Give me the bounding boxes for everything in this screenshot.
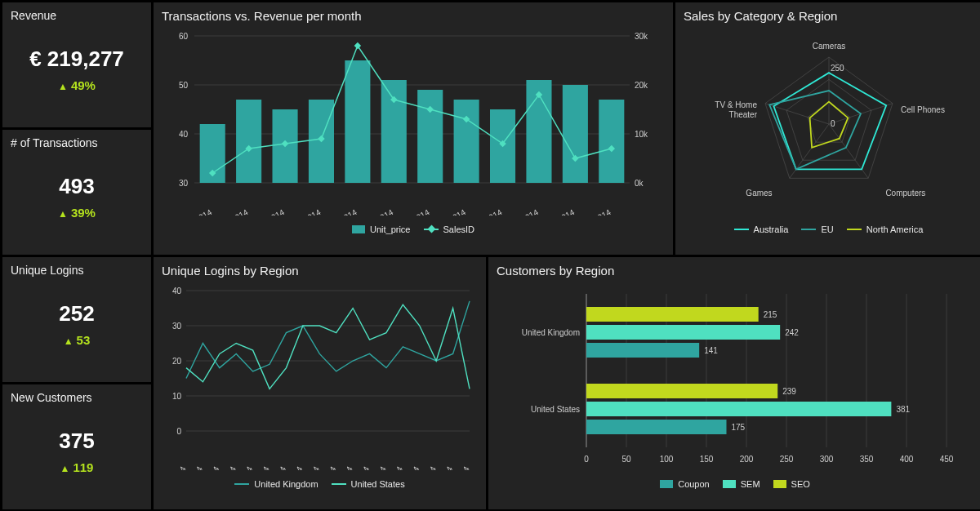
svg-text:Feb 2014: Feb 2014 [216, 207, 250, 216]
legend-item-us[interactable]: United States [332, 479, 405, 489]
legend-item-coupon[interactable]: Coupon [660, 479, 710, 489]
svg-text:242: 242 [785, 328, 799, 337]
svg-text:100: 100 [660, 455, 674, 464]
svg-text:400: 400 [900, 455, 914, 464]
kpi-unique-logins: Unique Logins 252 ▲53 [2, 257, 151, 382]
svg-text:215: 215 [764, 310, 777, 319]
kpi-value: 493 [11, 174, 143, 199]
chart-title: Sales by Category & Region [684, 9, 973, 23]
legend-item-eu[interactable]: EU [801, 224, 833, 234]
triangle-up-icon: ▲ [60, 463, 70, 474]
svg-text:Cameras: Cameras [813, 42, 846, 51]
kpi-value: 375 [11, 429, 143, 454]
svg-text:20k: 20k [635, 81, 648, 90]
svg-text:50: 50 [179, 81, 189, 90]
svg-text:350: 350 [860, 455, 874, 464]
svg-text:381: 381 [896, 405, 910, 414]
svg-rect-120 [586, 402, 891, 416]
triangle-up-icon: ▲ [58, 208, 68, 220]
svg-text:200: 200 [740, 455, 754, 464]
triangle-up-icon: ▲ [64, 335, 74, 347]
legend-item-uk[interactable]: United Kingdom [234, 479, 318, 489]
svg-text:0: 0 [176, 427, 181, 436]
svg-text:141: 141 [704, 346, 718, 355]
svg-text:Dec 2014: Dec 2014 [577, 207, 612, 216]
chart-legend: Australia EU North America [684, 224, 973, 234]
chart-title: Unique Logins by Region [162, 264, 478, 278]
kpi-value: € 219,277 [11, 47, 143, 72]
svg-text:Cell Phones: Cell Phones [901, 105, 945, 114]
svg-rect-111 [586, 307, 759, 322]
kpi-delta: ▲39% [11, 206, 143, 220]
svg-rect-18 [417, 90, 443, 183]
svg-line-50 [829, 124, 868, 178]
chart-transactions-vs-revenue: Transactions vs. Revenue per month 30405… [154, 2, 673, 255]
triangle-up-icon: ▲ [58, 81, 68, 92]
svg-text:W 1 2014: W 1 2014 [163, 464, 188, 470]
svg-text:Theater: Theater [729, 110, 758, 119]
svg-text:20: 20 [172, 357, 182, 366]
svg-text:Apr 2014: Apr 2014 [289, 207, 323, 216]
svg-text:TV & Home: TV & Home [715, 100, 757, 109]
svg-text:30: 30 [172, 322, 182, 331]
chart-canvas: CamerasCell PhonesComputersGamesTV & Hom… [684, 28, 973, 216]
svg-text:Jul 2014: Jul 2014 [399, 207, 431, 216]
svg-text:300: 300 [820, 455, 834, 464]
svg-text:30: 30 [179, 179, 189, 188]
kpi-delta: ▲49% [11, 78, 143, 92]
svg-text:450: 450 [940, 455, 954, 464]
chart-sales-by-category-region: Sales by Category & Region CamerasCell P… [675, 2, 980, 255]
kpi-title: Unique Logins [11, 264, 143, 277]
legend-item-salesid[interactable]: SalesID [424, 224, 475, 234]
svg-text:Sep 2014: Sep 2014 [469, 207, 504, 216]
kpi-delta: ▲53 [11, 333, 143, 347]
svg-text:239: 239 [782, 387, 796, 396]
svg-text:Mar 2014: Mar 2014 [252, 207, 286, 216]
svg-rect-118 [586, 384, 777, 398]
svg-text:10: 10 [172, 392, 182, 401]
svg-text:0: 0 [584, 455, 589, 464]
chart-legend: Unit_price SalesID [162, 224, 665, 234]
svg-text:United Kingdom: United Kingdom [522, 328, 580, 337]
chart-customers-by-region: Customers by Region 05010015020025030035… [488, 257, 980, 509]
chart-canvas: 304050600k10k20k30kJan 2014Feb 2014Mar 2… [162, 28, 662, 216]
chart-unique-logins-by-region: Unique Logins by Region 010203040W 1 201… [154, 257, 486, 509]
svg-text:50: 50 [621, 455, 631, 464]
legend-item-sem[interactable]: SEM [723, 479, 760, 489]
svg-text:Computers: Computers [885, 189, 925, 198]
svg-text:Jan 2014: Jan 2014 [180, 207, 214, 216]
chart-canvas: 010203040W 1 2014W 4 2014W 7 2014W 10 20… [162, 282, 478, 470]
svg-text:40: 40 [179, 130, 189, 139]
svg-rect-113 [586, 325, 780, 340]
svg-text:Oct 2014: Oct 2014 [506, 207, 540, 216]
svg-rect-19 [454, 100, 479, 183]
svg-text:250: 250 [831, 64, 844, 73]
svg-rect-23 [599, 100, 624, 183]
chart-legend: Coupon SEM SEO [497, 479, 973, 489]
svg-rect-13 [236, 100, 261, 183]
chart-legend: United Kingdom United States [162, 479, 478, 489]
kpi-transactions: # of Transactions 493 ▲39% [2, 130, 151, 255]
svg-text:Jun 2014: Jun 2014 [361, 207, 395, 216]
svg-text:60: 60 [179, 32, 189, 41]
kpi-title: # of Transactions [11, 136, 143, 149]
legend-item-australia[interactable]: Australia [734, 224, 789, 234]
svg-text:May 2014: May 2014 [323, 207, 359, 216]
svg-rect-115 [586, 343, 699, 358]
svg-text:Nov 2014: Nov 2014 [541, 207, 577, 216]
kpi-revenue: Revenue € 219,277 ▲49% [2, 2, 151, 127]
svg-text:Games: Games [746, 189, 772, 198]
chart-title: Transactions vs. Revenue per month [162, 9, 665, 23]
kpi-value: 252 [11, 301, 143, 327]
legend-item-seo[interactable]: SEO [773, 479, 810, 489]
legend-item-unit-price[interactable]: Unit_price [352, 224, 411, 234]
svg-text:150: 150 [700, 455, 714, 464]
svg-line-52 [765, 104, 829, 124]
svg-text:Aug 2014: Aug 2014 [433, 207, 468, 216]
svg-text:175: 175 [732, 423, 746, 432]
svg-rect-22 [563, 85, 588, 183]
kpi-delta: ▲119 [11, 460, 143, 474]
svg-text:40: 40 [172, 287, 182, 295]
svg-text:250: 250 [780, 455, 794, 464]
legend-item-north-america[interactable]: North America [847, 224, 924, 234]
